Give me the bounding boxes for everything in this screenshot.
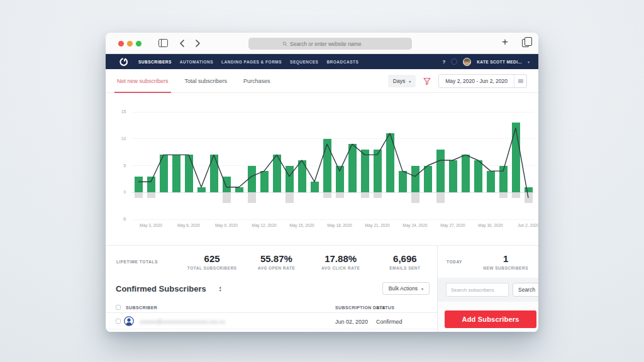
stat-label: AVG OPEN RATE xyxy=(258,266,295,270)
minimize-window-button[interactable] xyxy=(127,41,133,47)
x-axis-tick: May 3, 2020 xyxy=(140,223,162,228)
x-axis-tick: May 27, 2020 xyxy=(440,223,465,228)
nav-item-automations[interactable]: AUTOMATIONS xyxy=(180,60,213,64)
stat-value: 6,696 xyxy=(393,253,417,264)
y-axis-tick: 10 xyxy=(109,136,126,141)
stat-total-subscribers: 625TOTAL SUBSCRIBERS xyxy=(180,246,244,278)
stat-value: 625 xyxy=(204,253,220,264)
account-menu[interactable]: KATE SCOTT MEDI... xyxy=(477,60,522,64)
today-panel: TODAY 1 NEW SUBSCRIBERS xyxy=(437,246,538,278)
stat-emails-sent: 6,696EMAILS SENT xyxy=(373,246,437,278)
tab-purchases[interactable]: Purchases xyxy=(243,69,270,93)
sidebar-toggle-icon[interactable] xyxy=(158,39,168,47)
y-axis-tick: 0 xyxy=(109,190,126,194)
y-axis-tick: 5 xyxy=(109,163,126,168)
today-value: 1 xyxy=(503,253,508,264)
stat-blocks: 625TOTAL SUBSCRIBERS55.87%AVG OPEN RATE1… xyxy=(180,246,437,278)
chevron-down-icon: ▾ xyxy=(409,79,411,84)
search-icon xyxy=(282,41,287,47)
subscriber-email-redacted[interactable]: xxxxxx@xxxxxxxxxxxxxxxx.xxx.xx xyxy=(140,319,225,325)
x-axis-tick: May 30, 2020 xyxy=(478,223,502,228)
zoom-window-button[interactable] xyxy=(136,41,142,47)
convertkit-logo-icon[interactable] xyxy=(119,57,128,67)
chart-controls: Days▾ May 2, 2020 - Jun 2, 2020 xyxy=(388,74,527,88)
x-axis-tick: May 6, 2020 xyxy=(177,223,200,228)
row-checkbox[interactable] xyxy=(116,319,121,324)
add-subscribers-button[interactable]: Add Subscribers xyxy=(445,310,536,328)
table-row[interactable]: xxxxxx@xxxxxxxxxxxxxxxx.xxx.xxJun 02, 20… xyxy=(106,313,437,329)
lifetime-totals-label: LIFETIME TOTALS xyxy=(106,246,180,278)
y-axis-tick: -5 xyxy=(109,217,126,221)
stat-avg-open-rate: 55.87%AVG OPEN RATE xyxy=(244,246,308,278)
subscribers-side-panel: Search Add Subscribers xyxy=(437,278,538,332)
stat-value: 55.87% xyxy=(260,253,292,264)
net-subscribers-line xyxy=(132,112,535,219)
select-all-checkbox[interactable] xyxy=(116,305,121,310)
search-button[interactable]: Search xyxy=(513,283,538,297)
interval-dropdown[interactable]: Days▾ xyxy=(388,75,416,87)
browser-chrome: + xyxy=(106,33,538,54)
new-tab-icon[interactable]: + xyxy=(502,36,508,48)
filter-funnel-icon[interactable] xyxy=(423,77,431,85)
stat-label: EMAILS SENT xyxy=(389,266,420,270)
stat-label: AVG CLICK RATE xyxy=(321,266,360,270)
url-input[interactable] xyxy=(290,41,378,47)
search-subscribers-input[interactable] xyxy=(446,283,509,297)
x-axis-tick: May 24, 2020 xyxy=(402,223,427,228)
table-header: SUBSCRIBERSUBSCRIPTION DATESTATUS xyxy=(106,304,437,313)
date-range-value: May 2, 2020 - Jun 2, 2020 xyxy=(439,78,514,84)
navbar-right: ? KATE SCOTT MEDI... ▾ xyxy=(442,54,530,69)
navbar-menu: SUBSCRIBERSAUTOMATIONSLANDING PAGES & FO… xyxy=(138,60,358,64)
address-bar[interactable] xyxy=(248,38,412,50)
tab-net-new-subscribers[interactable]: Net new subscribers xyxy=(117,69,169,93)
x-axis-tick: May 12, 2020 xyxy=(252,223,276,228)
x-axis-tick: May 15, 2020 xyxy=(289,223,314,228)
search-strip: Search xyxy=(438,278,538,302)
forward-icon[interactable] xyxy=(192,38,203,48)
tab-overview-icon[interactable] xyxy=(522,39,529,47)
back-icon[interactable] xyxy=(177,38,187,48)
app-navbar: SUBSCRIBERSAUTOMATIONSLANDING PAGES & FO… xyxy=(106,54,538,69)
subscription-date: Jun 02, 2020 xyxy=(335,319,368,325)
today-label: TODAY xyxy=(447,260,462,264)
chevron-down-icon: ▾ xyxy=(421,287,423,291)
subscriber-status: Confirmed xyxy=(376,319,402,325)
bulk-actions-button[interactable]: Bulk Actions▾ xyxy=(382,282,430,295)
x-axis-tick: May 18, 2020 xyxy=(327,223,352,228)
nav-item-landing-pages-forms[interactable]: LANDING PAGES & FORMS xyxy=(221,60,282,64)
x-axis-tick: May 21, 2020 xyxy=(365,223,389,228)
subscribers-chart: 151050-5May 3, 2020May 6, 2020May 9, 202… xyxy=(106,93,538,245)
subscribers-section: Confirmed Subscribers ▲▼ Bulk Actions▾ S… xyxy=(106,278,538,332)
column-header-status: STATUS xyxy=(376,305,394,310)
subscriber-avatar-icon xyxy=(124,316,134,326)
tab-total-subscribers[interactable]: Total subscribers xyxy=(185,69,228,93)
report-tabs: Net new subscribersTotal subscribersPurc… xyxy=(117,69,270,93)
nav-item-broadcasts[interactable]: BROADCASTS xyxy=(326,60,358,64)
stat-label: TOTAL SUBSCRIBERS xyxy=(187,266,237,270)
sort-icon[interactable]: ▲▼ xyxy=(219,286,222,292)
avatar[interactable] xyxy=(463,58,471,66)
chevron-down-icon[interactable]: ▾ xyxy=(528,60,530,64)
stat-value: 17.88% xyxy=(325,253,357,264)
subscribers-list-panel: Confirmed Subscribers ▲▼ Bulk Actions▾ S… xyxy=(106,278,437,332)
today-sublabel: NEW SUBSCRIBERS xyxy=(483,266,528,270)
date-range-picker[interactable]: May 2, 2020 - Jun 2, 2020 xyxy=(438,74,527,88)
chart-plot xyxy=(132,112,535,219)
x-axis-tick: May 9, 2020 xyxy=(215,223,238,228)
x-axis-tick: Jun 2, 2020 xyxy=(518,223,538,228)
section-title: Confirmed Subscribers xyxy=(116,284,206,293)
y-axis-tick: 15 xyxy=(109,109,126,114)
nav-item-sequences[interactable]: SEQUENCES xyxy=(290,60,318,64)
nav-item-subscribers[interactable]: SUBSCRIBERS xyxy=(138,60,172,64)
date-range-menu-icon[interactable] xyxy=(514,75,526,87)
report-tabbar: Net new subscribersTotal subscribersPurc… xyxy=(106,69,538,93)
help-button[interactable]: ? xyxy=(442,59,445,65)
stat-avg-click-rate: 17.88%AVG CLICK RATE xyxy=(309,246,373,278)
column-header-subscriber: SUBSCRIBER xyxy=(126,305,157,310)
browser-window: + SUBSCRIBERSAUTOMATIONSLANDING PAGES & … xyxy=(106,33,538,332)
stats-row: LIFETIME TOTALS 625TOTAL SUBSCRIBERS55.8… xyxy=(106,245,538,278)
notification-ring-icon[interactable] xyxy=(451,58,457,65)
close-window-button[interactable] xyxy=(118,41,124,47)
